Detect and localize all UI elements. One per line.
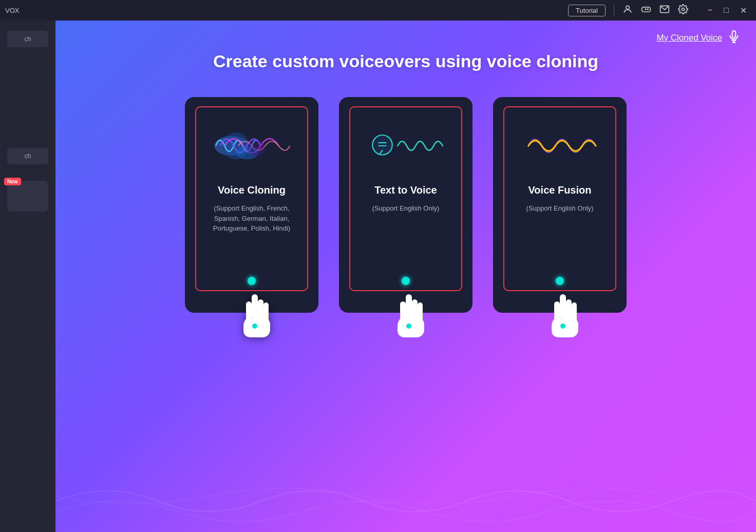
svg-point-31: [560, 324, 565, 329]
voice-fusion-card[interactable]: Voice Fusion (Support English Only): [493, 97, 627, 313]
minimize-button[interactable]: −: [705, 4, 715, 17]
voice-fusion-desc: (Support English Only): [526, 203, 594, 214]
sidebar-item-2[interactable]: ch: [7, 148, 48, 164]
cursor-dot-2: [402, 277, 410, 285]
svg-point-18: [252, 324, 257, 329]
svg-point-4: [647, 9, 648, 10]
window-controls: − □ ✕: [705, 4, 756, 17]
separator: [614, 5, 614, 16]
voice-cloning-title: Voice Cloning: [218, 184, 286, 196]
voice-cloning-icon: [205, 123, 298, 169]
top-right-area: My Cloned Voice: [656, 30, 741, 46]
svg-point-0: [626, 6, 630, 9]
voice-cloning-card[interactable]: Voice Cloning (Support English, French, …: [185, 97, 318, 313]
title-bar: VOX Tutorial: [0, 0, 756, 21]
cursor-dot-3: [556, 277, 564, 285]
svg-rect-7: [732, 31, 736, 37]
maximize-button[interactable]: □: [721, 4, 732, 17]
sidebar-search-label: ch: [25, 35, 31, 43]
svg-rect-22: [406, 294, 412, 320]
title-bar-icons: [622, 4, 694, 16]
voice-cloning-card-inner: Voice Cloning (Support English, French, …: [195, 106, 308, 291]
svg-rect-14: [252, 294, 258, 320]
cursor-dot-1: [248, 277, 256, 285]
sidebar: ch ch New: [0, 21, 55, 532]
new-badge: New: [4, 178, 21, 185]
hand-cursor-1: [235, 294, 276, 349]
controller-icon[interactable]: [641, 4, 651, 16]
sidebar-search-item[interactable]: ch: [7, 31, 48, 47]
app-name: VOX: [5, 7, 19, 14]
svg-point-13: [247, 140, 265, 157]
voice-cloning-desc: (Support English, French, Spanish, Germa…: [206, 203, 297, 234]
my-cloned-voice-link[interactable]: My Cloned Voice: [656, 33, 722, 43]
text-to-voice-desc: (Support English Only): [372, 203, 440, 214]
hand-cursor-2: [389, 294, 430, 349]
sidebar-label-2: ch: [25, 153, 31, 160]
close-button[interactable]: ✕: [737, 4, 750, 17]
settings-icon[interactable]: [678, 4, 688, 16]
voice-fusion-card-inner: Voice Fusion (Support English Only): [503, 106, 616, 291]
tutorial-button[interactable]: Tutorial: [568, 5, 606, 16]
svg-point-6: [682, 8, 684, 11]
svg-point-26: [406, 324, 411, 329]
main-content: My Cloned Voice Create custom voiceovers…: [55, 21, 756, 532]
mic-icon[interactable]: [727, 30, 741, 46]
text-to-voice-card-inner: Text to Voice (Support English Only): [349, 106, 462, 291]
svg-point-19: [372, 135, 392, 155]
hand-cursor-3: [543, 294, 584, 349]
text-to-voice-icon: [360, 123, 452, 169]
voice-fusion-icon: [514, 123, 606, 169]
svg-rect-27: [560, 294, 566, 320]
bottom-waves: [55, 470, 756, 532]
cards-container: Voice Cloning (Support English, French, …: [185, 97, 627, 313]
text-to-voice-card[interactable]: Text to Voice (Support English Only): [339, 97, 472, 313]
mail-icon[interactable]: [659, 4, 670, 16]
text-to-voice-title: Text to Voice: [374, 184, 437, 196]
main-heading: Create custom voiceovers using voice clo…: [213, 51, 598, 71]
voice-fusion-title: Voice Fusion: [528, 184, 592, 196]
sidebar-new-item[interactable]: New: [7, 181, 48, 212]
user-icon[interactable]: [622, 4, 633, 16]
